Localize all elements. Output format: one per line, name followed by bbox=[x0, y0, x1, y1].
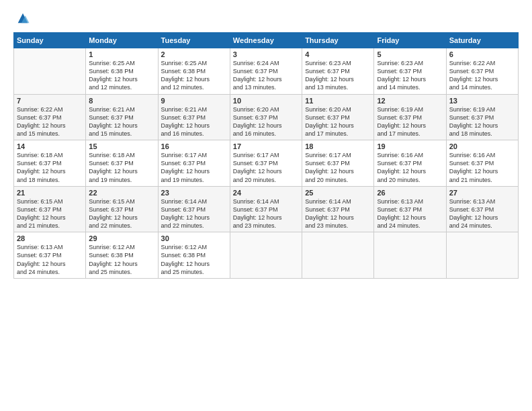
calendar-cell: 27Sunrise: 6:13 AM Sunset: 6:37 PM Dayli… bbox=[446, 186, 518, 232]
calendar-cell: 9Sunrise: 6:21 AM Sunset: 6:37 PM Daylig… bbox=[158, 94, 230, 140]
calendar-cell: 10Sunrise: 6:20 AM Sunset: 6:37 PM Dayli… bbox=[230, 94, 302, 140]
day-number: 14 bbox=[17, 142, 83, 150]
day-info: Sunrise: 6:18 AM Sunset: 6:37 PM Dayligh… bbox=[17, 151, 83, 184]
calendar-cell: 21Sunrise: 6:15 AM Sunset: 6:37 PM Dayli… bbox=[14, 186, 86, 232]
calendar-week-row: 7Sunrise: 6:22 AM Sunset: 6:37 PM Daylig… bbox=[14, 94, 519, 140]
day-info: Sunrise: 6:23 AM Sunset: 6:37 PM Dayligh… bbox=[305, 59, 371, 92]
day-info: Sunrise: 6:20 AM Sunset: 6:37 PM Dayligh… bbox=[233, 105, 299, 138]
day-number: 6 bbox=[449, 50, 515, 58]
calendar-cell: 1Sunrise: 6:25 AM Sunset: 6:38 PM Daylig… bbox=[86, 48, 158, 95]
calendar-week-row: 28Sunrise: 6:13 AM Sunset: 6:37 PM Dayli… bbox=[14, 232, 519, 279]
day-number: 4 bbox=[305, 50, 371, 58]
day-number: 26 bbox=[377, 189, 443, 197]
weekday-header: Sunday bbox=[14, 33, 86, 48]
day-info: Sunrise: 6:14 AM Sunset: 6:37 PM Dayligh… bbox=[305, 197, 371, 230]
calendar-cell: 4Sunrise: 6:23 AM Sunset: 6:37 PM Daylig… bbox=[302, 48, 374, 95]
day-number: 30 bbox=[161, 234, 227, 242]
weekday-row: SundayMondayTuesdayWednesdayThursdayFrid… bbox=[14, 33, 519, 48]
day-number: 20 bbox=[449, 142, 515, 150]
day-info: Sunrise: 6:19 AM Sunset: 6:37 PM Dayligh… bbox=[377, 105, 443, 138]
calendar-cell: 23Sunrise: 6:14 AM Sunset: 6:37 PM Dayli… bbox=[158, 186, 230, 232]
page-header bbox=[13, 12, 519, 26]
logo-icon bbox=[15, 11, 30, 26]
calendar-cell bbox=[302, 232, 374, 279]
day-info: Sunrise: 6:25 AM Sunset: 6:38 PM Dayligh… bbox=[89, 59, 154, 92]
calendar-cell: 29Sunrise: 6:12 AM Sunset: 6:38 PM Dayli… bbox=[86, 232, 158, 279]
day-info: Sunrise: 6:21 AM Sunset: 6:37 PM Dayligh… bbox=[89, 105, 154, 138]
calendar-cell: 12Sunrise: 6:19 AM Sunset: 6:37 PM Dayli… bbox=[374, 94, 446, 140]
day-info: Sunrise: 6:12 AM Sunset: 6:38 PM Dayligh… bbox=[161, 243, 227, 276]
calendar-cell: 20Sunrise: 6:16 AM Sunset: 6:37 PM Dayli… bbox=[446, 140, 518, 187]
day-info: Sunrise: 6:17 AM Sunset: 6:37 PM Dayligh… bbox=[161, 151, 227, 184]
weekday-header: Friday bbox=[374, 33, 446, 48]
day-number: 18 bbox=[305, 142, 371, 150]
day-number: 12 bbox=[377, 97, 443, 105]
weekday-header: Monday bbox=[86, 33, 158, 48]
calendar-cell: 25Sunrise: 6:14 AM Sunset: 6:37 PM Dayli… bbox=[302, 186, 374, 232]
day-info: Sunrise: 6:16 AM Sunset: 6:37 PM Dayligh… bbox=[449, 151, 515, 184]
day-info: Sunrise: 6:18 AM Sunset: 6:37 PM Dayligh… bbox=[89, 151, 154, 184]
day-info: Sunrise: 6:23 AM Sunset: 6:37 PM Dayligh… bbox=[377, 59, 443, 92]
day-number: 5 bbox=[377, 50, 443, 58]
day-number: 11 bbox=[305, 97, 371, 105]
calendar-cell: 15Sunrise: 6:18 AM Sunset: 6:37 PM Dayli… bbox=[86, 140, 158, 187]
calendar-cell bbox=[446, 232, 518, 279]
day-number: 16 bbox=[161, 142, 227, 150]
day-number: 1 bbox=[89, 50, 154, 58]
day-number: 19 bbox=[377, 142, 443, 150]
day-number: 21 bbox=[17, 189, 83, 197]
calendar-cell: 18Sunrise: 6:17 AM Sunset: 6:37 PM Dayli… bbox=[302, 140, 374, 187]
calendar-cell: 6Sunrise: 6:22 AM Sunset: 6:37 PM Daylig… bbox=[446, 48, 518, 95]
day-info: Sunrise: 6:19 AM Sunset: 6:37 PM Dayligh… bbox=[449, 105, 515, 138]
day-info: Sunrise: 6:14 AM Sunset: 6:37 PM Dayligh… bbox=[161, 197, 227, 230]
calendar-cell: 19Sunrise: 6:16 AM Sunset: 6:37 PM Dayli… bbox=[374, 140, 446, 187]
day-info: Sunrise: 6:17 AM Sunset: 6:37 PM Dayligh… bbox=[305, 151, 371, 184]
weekday-header: Tuesday bbox=[158, 33, 230, 48]
calendar-cell: 26Sunrise: 6:13 AM Sunset: 6:37 PM Dayli… bbox=[374, 186, 446, 232]
calendar-cell bbox=[230, 232, 302, 279]
day-info: Sunrise: 6:17 AM Sunset: 6:37 PM Dayligh… bbox=[233, 151, 299, 184]
day-number: 22 bbox=[89, 189, 154, 197]
calendar-cell: 7Sunrise: 6:22 AM Sunset: 6:37 PM Daylig… bbox=[14, 94, 86, 140]
day-number: 13 bbox=[449, 97, 515, 105]
calendar-cell: 8Sunrise: 6:21 AM Sunset: 6:37 PM Daylig… bbox=[86, 94, 158, 140]
day-info: Sunrise: 6:16 AM Sunset: 6:37 PM Dayligh… bbox=[377, 151, 443, 184]
calendar-header: SundayMondayTuesdayWednesdayThursdayFrid… bbox=[14, 33, 519, 48]
calendar-cell: 14Sunrise: 6:18 AM Sunset: 6:37 PM Dayli… bbox=[14, 140, 86, 187]
calendar-cell: 2Sunrise: 6:25 AM Sunset: 6:38 PM Daylig… bbox=[158, 48, 230, 95]
calendar-week-row: 21Sunrise: 6:15 AM Sunset: 6:37 PM Dayli… bbox=[14, 186, 519, 232]
day-info: Sunrise: 6:22 AM Sunset: 6:37 PM Dayligh… bbox=[17, 105, 83, 138]
day-number: 28 bbox=[17, 234, 83, 242]
day-number: 23 bbox=[161, 189, 227, 197]
day-info: Sunrise: 6:20 AM Sunset: 6:37 PM Dayligh… bbox=[305, 105, 371, 138]
day-info: Sunrise: 6:15 AM Sunset: 6:37 PM Dayligh… bbox=[17, 197, 83, 230]
calendar-cell bbox=[14, 48, 86, 95]
weekday-header: Saturday bbox=[446, 33, 518, 48]
weekday-header: Wednesday bbox=[230, 33, 302, 48]
weekday-header: Thursday bbox=[302, 33, 374, 48]
day-info: Sunrise: 6:15 AM Sunset: 6:37 PM Dayligh… bbox=[89, 197, 154, 230]
day-number: 2 bbox=[161, 50, 227, 58]
calendar-cell: 30Sunrise: 6:12 AM Sunset: 6:38 PM Dayli… bbox=[158, 232, 230, 279]
calendar-cell: 28Sunrise: 6:13 AM Sunset: 6:37 PM Dayli… bbox=[14, 232, 86, 279]
calendar-cell: 5Sunrise: 6:23 AM Sunset: 6:37 PM Daylig… bbox=[374, 48, 446, 95]
calendar: SundayMondayTuesdayWednesdayThursdayFrid… bbox=[13, 32, 519, 279]
day-info: Sunrise: 6:12 AM Sunset: 6:38 PM Dayligh… bbox=[89, 243, 154, 276]
calendar-cell: 3Sunrise: 6:24 AM Sunset: 6:37 PM Daylig… bbox=[230, 48, 302, 95]
day-number: 8 bbox=[89, 97, 154, 105]
day-info: Sunrise: 6:25 AM Sunset: 6:38 PM Dayligh… bbox=[161, 59, 227, 92]
day-info: Sunrise: 6:21 AM Sunset: 6:37 PM Dayligh… bbox=[161, 105, 227, 138]
day-number: 24 bbox=[233, 189, 299, 197]
day-number: 15 bbox=[89, 142, 154, 150]
day-info: Sunrise: 6:24 AM Sunset: 6:37 PM Dayligh… bbox=[233, 59, 299, 92]
day-number: 7 bbox=[17, 97, 83, 105]
calendar-cell: 17Sunrise: 6:17 AM Sunset: 6:37 PM Dayli… bbox=[230, 140, 302, 187]
day-info: Sunrise: 6:14 AM Sunset: 6:37 PM Dayligh… bbox=[233, 197, 299, 230]
day-number: 17 bbox=[233, 142, 299, 150]
calendar-body: 1Sunrise: 6:25 AM Sunset: 6:38 PM Daylig… bbox=[14, 48, 519, 279]
day-number: 27 bbox=[449, 189, 515, 197]
calendar-cell: 16Sunrise: 6:17 AM Sunset: 6:37 PM Dayli… bbox=[158, 140, 230, 187]
calendar-cell bbox=[374, 232, 446, 279]
day-number: 29 bbox=[89, 234, 154, 242]
day-info: Sunrise: 6:13 AM Sunset: 6:37 PM Dayligh… bbox=[377, 197, 443, 230]
